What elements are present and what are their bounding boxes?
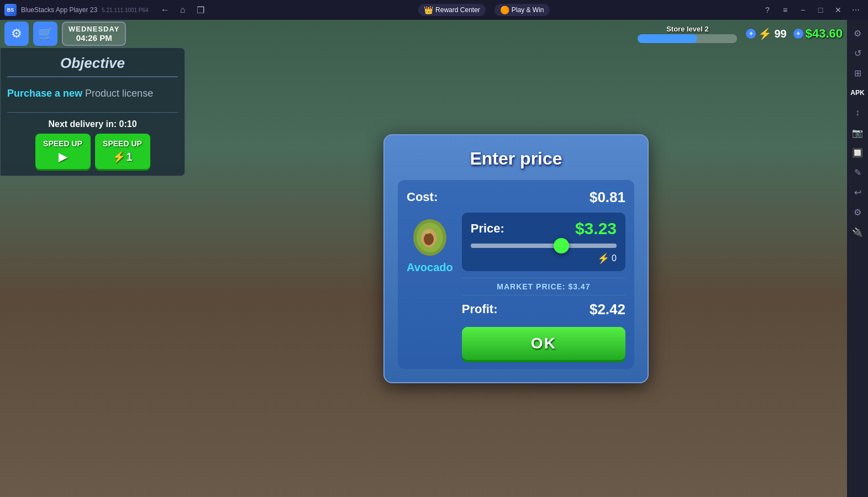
price-slider-container[interactable] xyxy=(471,244,617,248)
product-details: Price: $3.23 ⚡ 0 xyxy=(462,213,625,360)
delivery-countdown: Next delivery in: 0:10 xyxy=(7,119,178,129)
speed-up-2-label: SPEED UP xyxy=(103,139,142,148)
market-price-label: MARKET PRICE: $3.47 xyxy=(497,282,590,291)
sidebar-icon-5[interactable]: ↕ xyxy=(849,104,866,121)
close-button[interactable]: ✕ xyxy=(830,2,846,18)
window-button[interactable]: ❐ xyxy=(193,2,208,18)
minimize-button[interactable]: − xyxy=(795,2,811,18)
bolt-row-icon: ⚡ xyxy=(597,252,609,265)
bolt-row: ⚡ 0 xyxy=(471,252,617,265)
sidebar-icon-10[interactable]: ⚙ xyxy=(849,203,866,221)
title-bar: BS BlueStacks App Player 23 5.21.111.100… xyxy=(0,0,868,20)
play-win-label: Play & Win xyxy=(512,6,544,14)
window-controls: ? ≡ − □ ✕ ⋯ xyxy=(760,2,864,18)
bluestacks-logo: BS xyxy=(4,4,17,16)
sidebar-icon-9[interactable]: ↩ xyxy=(849,183,866,201)
product-image-area: Avocado xyxy=(407,213,453,274)
speed-up-2-icon: ⚡1 xyxy=(112,150,132,163)
price-label: Price: xyxy=(471,221,504,236)
right-sidebar: ⚙ ↺ ⊞ APK ↕ 📷 🔲 ✎ ↩ ⚙ 🔌 xyxy=(847,20,868,497)
settings-hud-button[interactable]: ⚙ xyxy=(4,22,29,46)
play-win-button[interactable]: 🟠 Play & Win xyxy=(495,4,550,16)
slider-track xyxy=(471,244,617,248)
slider-thumb[interactable] xyxy=(554,238,569,253)
svg-point-4 xyxy=(425,231,430,234)
enter-price-dialog: Enter price Cost: $0.81 Avocado xyxy=(383,134,649,383)
objective-text: Purchase a new Product license xyxy=(7,82,178,105)
profit-value: $2.42 xyxy=(590,301,625,318)
cost-row: Cost: $0.81 xyxy=(407,189,625,206)
app-name: BlueStacks App Player 23 xyxy=(21,6,97,14)
datetime-display: WEDNESDAY 04:26 PM xyxy=(62,22,126,46)
profit-label: Profit: xyxy=(462,302,498,316)
avocado-image xyxy=(408,213,452,257)
sidebar-icon-8[interactable]: ✎ xyxy=(849,163,866,181)
cost-label: Cost: xyxy=(407,190,438,204)
reward-center-label: Reward Center xyxy=(435,6,480,14)
price-value: $3.23 xyxy=(575,219,617,238)
price-area: Price: $3.23 ⚡ 0 xyxy=(462,213,625,271)
speed-up-bolt-button[interactable]: SPEED UP ⚡1 xyxy=(95,134,150,169)
restore-button[interactable]: □ xyxy=(813,2,828,18)
sidebar-icon-3[interactable]: ⊞ xyxy=(849,64,866,82)
left-panel: Objective Purchase a new Product license… xyxy=(0,47,185,176)
market-price-row: MARKET PRICE: $3.47 xyxy=(462,278,625,295)
menu-button[interactable]: ≡ xyxy=(777,2,793,18)
dialog-content: Cost: $0.81 Avocado xyxy=(398,180,634,369)
sidebar-icon-7[interactable]: 🔲 xyxy=(849,144,866,161)
reward-center-button[interactable]: 👑 Reward Center xyxy=(418,4,486,16)
reward-icon: 👑 xyxy=(424,6,433,14)
delivery-section: Next delivery in: 0:10 SPEED UP ▶ SPEED … xyxy=(7,112,178,169)
product-row: Avocado Price: $3.23 xyxy=(407,213,625,360)
sidebar-icon-2[interactable]: ↺ xyxy=(849,44,866,62)
sidebar-icon-6[interactable]: 📷 xyxy=(849,124,866,141)
cost-value: $0.81 xyxy=(590,189,625,206)
settings-button[interactable]: ⋯ xyxy=(848,2,864,18)
price-row: Price: $3.23 xyxy=(471,219,617,238)
help-button[interactable]: ? xyxy=(760,2,775,18)
play-win-icon: 🟠 xyxy=(500,6,509,14)
dialog-overlay: Enter price Cost: $0.81 Avocado xyxy=(185,20,847,497)
sidebar-icon-1[interactable]: ⚙ xyxy=(849,24,866,42)
back-button[interactable]: ← xyxy=(157,2,173,18)
speed-up-1-icon: ▶ xyxy=(59,150,67,163)
profit-row: Profit: $2.42 xyxy=(462,301,625,318)
ok-button[interactable]: OK xyxy=(462,327,625,360)
objective-title: Objective xyxy=(7,55,178,77)
dialog-title: Enter price xyxy=(398,149,634,169)
time-display: 04:26 PM xyxy=(69,33,119,43)
bolt-row-count: 0 xyxy=(612,253,617,263)
home-button[interactable]: ⌂ xyxy=(175,2,191,18)
sidebar-icon-11[interactable]: 🔌 xyxy=(849,223,866,241)
product-name: Avocado xyxy=(407,261,453,274)
day-display: WEDNESDAY xyxy=(69,25,119,33)
shop-hud-button[interactable]: 🛒 xyxy=(33,22,57,46)
sidebar-icon-4[interactable]: APK xyxy=(849,84,866,102)
speed-up-1-label: SPEED UP xyxy=(43,139,82,148)
speed-up-buttons: SPEED UP ▶ SPEED UP ⚡1 xyxy=(7,134,178,169)
speed-up-ad-button[interactable]: SPEED UP ▶ xyxy=(35,134,91,169)
svg-point-3 xyxy=(424,233,434,245)
title-bar-center: 👑 Reward Center 🟠 Play & Win xyxy=(213,4,755,16)
app-version: 5.21.111.1001 P64 xyxy=(102,7,149,13)
nav-buttons: ← ⌂ ❐ xyxy=(157,2,208,18)
